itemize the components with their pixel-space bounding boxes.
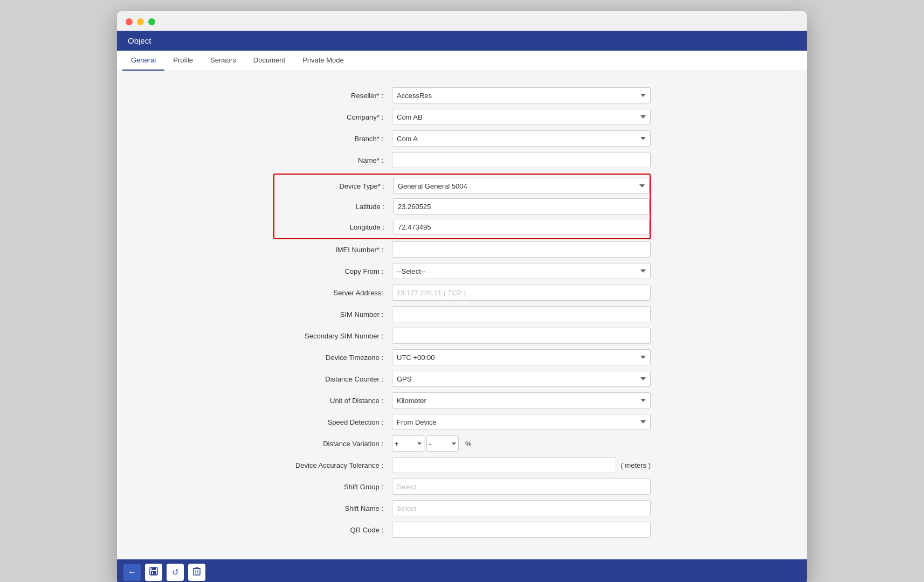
- shift-group-label: Shift Group :: [273, 483, 392, 491]
- form-container: Reseller* : AccessRes Company* : Com AB …: [273, 87, 651, 538]
- latitude-label: Latitude :: [274, 203, 393, 211]
- tab-general[interactable]: General: [122, 51, 164, 71]
- branch-label: Branch* :: [273, 135, 392, 143]
- app-title: Object: [128, 36, 151, 45]
- distance-counter-label: Distance Counter :: [273, 375, 392, 383]
- unit-of-distance-row: Unit of Distance : Kilometer: [273, 392, 651, 408]
- branch-row: Branch* : Com A: [273, 130, 651, 147]
- variation-group: + - %: [392, 435, 651, 452]
- save-button[interactable]: [145, 564, 162, 581]
- device-accuracy-input[interactable]: [392, 457, 616, 473]
- minimize-button[interactable]: [137, 18, 144, 25]
- save-icon: [149, 567, 158, 578]
- distance-variation-row: Distance Variation : + - %: [273, 435, 651, 452]
- reseller-select[interactable]: AccessRes: [392, 87, 651, 103]
- distance-variation-label: Distance Variation :: [273, 440, 392, 448]
- server-address-input[interactable]: [392, 285, 651, 301]
- sim-number-label: SIM Number :: [273, 310, 392, 318]
- imei-input[interactable]: [392, 241, 651, 258]
- secondary-sim-row: Secondary SIM Number :: [273, 328, 651, 344]
- unit-of-distance-select[interactable]: Kilometer: [392, 392, 651, 408]
- name-row: Name* :: [273, 152, 651, 168]
- speed-detection-label: Speed Detection :: [273, 418, 392, 426]
- imei-row: IMEI Number* :: [273, 241, 651, 258]
- device-timezone-row: Device Timezone : UTC +00:00: [273, 349, 651, 365]
- svg-rect-2: [151, 571, 156, 574]
- content-area: Reseller* : AccessRes Company* : Com AB …: [117, 71, 807, 559]
- shift-name-label: Shift Name :: [273, 504, 392, 512]
- latitude-row: Latitude :: [274, 197, 650, 216]
- variation-suffix: %: [465, 440, 472, 448]
- device-accuracy-row: Device Accuracy Tolerance : ( meters ): [273, 457, 651, 473]
- variation-minus-select[interactable]: -: [426, 435, 459, 452]
- shift-name-input[interactable]: [392, 500, 651, 516]
- delete-button[interactable]: [188, 564, 205, 581]
- server-address-row: Server Address:: [273, 285, 651, 301]
- latitude-input[interactable]: [393, 198, 650, 214]
- copy-from-row: Copy From : --Select--: [273, 263, 651, 279]
- device-accuracy-label: Device Accuracy Tolerance :: [273, 461, 392, 469]
- sim-number-input[interactable]: [392, 306, 651, 322]
- longitude-label: Longitude :: [274, 223, 393, 231]
- reseller-label: Reseller* :: [273, 92, 392, 100]
- variation-plus-select[interactable]: +: [392, 435, 424, 452]
- imei-label: IMEI Number* :: [273, 246, 392, 254]
- secondary-sim-label: Secondary SIM Number :: [273, 332, 392, 340]
- svg-rect-4: [194, 569, 200, 575]
- qr-code-label: QR Code :: [273, 526, 392, 534]
- shift-name-row: Shift Name :: [273, 500, 651, 516]
- name-input[interactable]: [392, 152, 651, 168]
- unit-of-distance-label: Unit of Distance :: [273, 397, 392, 405]
- app-header: Object: [117, 31, 807, 51]
- main-window: Object General Profile Sensors Document …: [117, 11, 807, 582]
- refresh-icon: ↺: [172, 567, 179, 577]
- reseller-row: Reseller* : AccessRes: [273, 87, 651, 103]
- sim-number-row: SIM Number :: [273, 306, 651, 322]
- device-type-label: Device Type* :: [274, 182, 393, 190]
- tab-sensors[interactable]: Sensors: [202, 51, 245, 71]
- back-button[interactable]: ←: [123, 564, 141, 581]
- copy-from-label: Copy From :: [273, 267, 392, 275]
- server-address-label: Server Address:: [273, 289, 392, 297]
- company-label: Company* :: [273, 113, 392, 121]
- device-timezone-label: Device Timezone :: [273, 354, 392, 362]
- qr-code-row: QR Code :: [273, 522, 651, 538]
- longitude-input[interactable]: [393, 219, 650, 235]
- refresh-button[interactable]: ↺: [167, 564, 184, 581]
- company-select[interactable]: Com AB: [392, 109, 651, 125]
- shift-group-input[interactable]: [392, 479, 651, 495]
- tab-document[interactable]: Document: [245, 51, 294, 71]
- highlighted-group: Device Type* : General General 5004 Lati…: [273, 174, 651, 239]
- delete-icon: [193, 567, 201, 578]
- device-type-row: Device Type* : General General 5004: [274, 177, 650, 195]
- title-bar: [117, 11, 807, 31]
- branch-select[interactable]: Com A: [392, 130, 651, 147]
- speed-detection-select[interactable]: From Device: [392, 414, 651, 430]
- device-type-select[interactable]: General General 5004: [393, 178, 650, 194]
- copy-from-select[interactable]: --Select--: [392, 263, 651, 279]
- bottom-bar: ← ↺: [117, 559, 807, 582]
- back-icon: ←: [128, 567, 136, 577]
- qr-code-input[interactable]: [392, 522, 651, 538]
- maximize-button[interactable]: [148, 18, 155, 25]
- tab-private-mode[interactable]: Private Mode: [294, 51, 353, 71]
- device-timezone-select[interactable]: UTC +00:00: [392, 349, 651, 365]
- secondary-sim-input[interactable]: [392, 328, 651, 344]
- distance-counter-row: Distance Counter : GPS: [273, 371, 651, 387]
- company-row: Company* : Com AB: [273, 109, 651, 125]
- longitude-row: Longitude :: [274, 218, 650, 236]
- shift-group-row: Shift Group :: [273, 479, 651, 495]
- device-accuracy-suffix: ( meters ): [620, 461, 651, 469]
- name-label: Name* :: [273, 156, 392, 164]
- svg-rect-1: [151, 567, 156, 570]
- svg-rect-3: [152, 572, 153, 574]
- close-button[interactable]: [126, 18, 133, 25]
- speed-detection-row: Speed Detection : From Device: [273, 414, 651, 430]
- tabs-bar: General Profile Sensors Document Private…: [117, 51, 807, 71]
- tab-profile[interactable]: Profile: [164, 51, 202, 71]
- distance-counter-select[interactable]: GPS: [392, 371, 651, 387]
